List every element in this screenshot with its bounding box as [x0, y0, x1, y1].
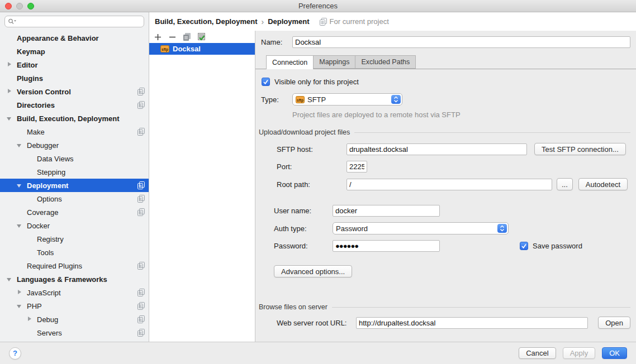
sidebar-item-label: Build, Execution, Deployment [17, 114, 119, 123]
tree-indent [26, 152, 34, 165]
browse-root-path-button[interactable]: ... [557, 178, 573, 190]
sidebar-item-version-control[interactable]: Version Control [0, 85, 149, 98]
sidebar-item-plugins[interactable]: Plugins [0, 71, 149, 85]
sidebar-item-editor[interactable]: Editor [0, 58, 149, 71]
server-list-panel: sftpDocksal [149, 31, 255, 342]
sftp-host-field[interactable] [347, 143, 527, 155]
traffic-lights [5, 3, 34, 9]
scope-label: For current project [330, 17, 389, 26]
tab-excluded-paths[interactable]: Excluded Paths [355, 55, 416, 69]
dropdown-stepper-icon[interactable] [497, 224, 507, 233]
add-icon[interactable] [153, 32, 163, 42]
sidebar-item-docker[interactable]: Docker [0, 219, 149, 232]
chevron-right-icon[interactable] [26, 313, 34, 326]
chevron-down-icon[interactable] [16, 179, 23, 192]
chevron-down-icon[interactable] [6, 112, 13, 125]
sidebar-item-appearance-behavior[interactable]: Appearance & Behavior [0, 31, 149, 45]
tab-strip: ConnectionMappingsExcluded Paths [261, 55, 630, 69]
sidebar-item-label: Docker [27, 222, 50, 230]
sidebar-item-label: Required Plugins [27, 262, 82, 270]
sidebar-item-debug[interactable]: Debug [0, 313, 149, 326]
sftp-file-icon: sftp [296, 96, 305, 103]
sidebar-item-coverage[interactable]: Coverage [0, 205, 149, 219]
sidebar-item-data-views[interactable]: Data Views [0, 152, 149, 165]
remove-icon[interactable] [168, 32, 177, 42]
open-button[interactable]: Open [598, 317, 630, 329]
sidebar-item-build-execution-deployment[interactable]: Build, Execution, Deployment [0, 112, 149, 125]
upload-section-header: Upload/download project files [259, 128, 630, 136]
root-path-field[interactable] [347, 179, 552, 190]
tree-indent [26, 232, 34, 246]
auth-type-select[interactable]: Password [333, 222, 509, 234]
type-select[interactable]: sftp SFTP [292, 93, 402, 106]
sidebar-item-registry[interactable]: Registry [0, 232, 149, 246]
duplicate-icon[interactable] [182, 32, 192, 42]
zoom-window-icon[interactable] [27, 3, 34, 9]
chevron-down-icon[interactable] [6, 272, 13, 286]
chevron-down-icon[interactable] [16, 138, 23, 152]
autodetect-button[interactable]: Autodetect [578, 178, 628, 190]
minimize-window-icon [16, 3, 23, 9]
sftp-file-icon: sftp [160, 45, 169, 52]
sidebar-item-label: Editor [17, 61, 38, 69]
sidebar-item-keymap[interactable]: Keymap [0, 45, 149, 58]
password-label: Password: [274, 242, 333, 250]
user-name-field[interactable] [333, 205, 440, 217]
use-as-default-icon[interactable] [197, 32, 206, 42]
tab-connection[interactable]: Connection [266, 55, 314, 69]
sidebar-item-label: Debug [37, 315, 58, 324]
sidebar-item-php[interactable]: PHP [0, 299, 149, 313]
search-icon [8, 18, 17, 25]
test-sftp-connection-button[interactable]: Test SFTP connection... [534, 143, 626, 155]
visible-only-checkbox[interactable] [262, 78, 270, 86]
cancel-button[interactable]: Cancel [519, 347, 556, 359]
chevron-right-icon[interactable] [6, 85, 13, 98]
web-root-field[interactable] [356, 317, 588, 329]
server-item-docksal[interactable]: sftpDocksal [149, 43, 255, 55]
apply-button: Apply [563, 347, 596, 359]
port-field[interactable] [347, 161, 367, 173]
dropdown-stepper-icon[interactable] [391, 95, 401, 104]
sidebar-item-label: Appearance & Behavior [17, 34, 99, 42]
sidebar-item-servers[interactable]: Servers [0, 326, 149, 339]
sidebar-item-javascript[interactable]: JavaScript [0, 286, 149, 299]
help-button[interactable]: ? [9, 347, 21, 360]
for-current-project-icon [137, 101, 145, 109]
tree-indent [26, 326, 34, 339]
sidebar-item-options[interactable]: Options [0, 192, 149, 205]
chevron-down-icon[interactable] [16, 299, 23, 313]
search-input[interactable] [18, 17, 144, 26]
save-password-checkbox[interactable] [520, 242, 528, 250]
tab-mappings[interactable]: Mappings [313, 55, 355, 69]
sidebar-item-make[interactable]: Make [0, 125, 149, 138]
sidebar-item-stepping[interactable]: Stepping [0, 165, 149, 179]
sidebar-item-tools[interactable]: Tools [0, 246, 149, 259]
breadcrumb-parent[interactable]: Build, Execution, Deployment [155, 17, 257, 26]
chevron-right-icon[interactable] [6, 58, 13, 71]
tree-indent [16, 205, 23, 219]
type-value: SFTP [307, 95, 326, 104]
sidebar-item-directories[interactable]: Directories [0, 98, 149, 112]
ok-button[interactable]: OK [602, 347, 627, 359]
name-field[interactable] [292, 36, 630, 48]
password-field[interactable] [333, 240, 440, 252]
settings-sidebar: Appearance & BehaviorKeymapEditorPlugins… [0, 12, 149, 342]
chevron-down-icon[interactable] [16, 219, 23, 232]
close-window-icon[interactable] [5, 3, 12, 9]
sidebar-item-label: Coverage [27, 208, 58, 217]
chevron-right-icon[interactable] [16, 286, 23, 299]
tree-indent [6, 45, 13, 58]
settings-search-box[interactable] [4, 16, 144, 27]
sidebar-item-label: Plugins [17, 74, 43, 83]
settings-tree: Appearance & BehaviorKeymapEditorPlugins… [0, 31, 149, 339]
sidebar-item-label: Version Control [17, 88, 71, 96]
sidebar-item-debugger[interactable]: Debugger [0, 138, 149, 152]
sidebar-item-deployment[interactable]: Deployment [0, 179, 149, 192]
for-current-project-icon [137, 208, 145, 216]
sidebar-item-required-plugins[interactable]: Required Plugins [0, 259, 149, 272]
dialog-footer: ? Cancel Apply OK [0, 342, 636, 364]
sidebar-item-label: JavaScript [27, 289, 61, 297]
advanced-options-button[interactable]: Advanced options... [274, 265, 352, 277]
tree-indent [6, 71, 13, 85]
sidebar-item-languages-frameworks[interactable]: Languages & Frameworks [0, 272, 149, 286]
